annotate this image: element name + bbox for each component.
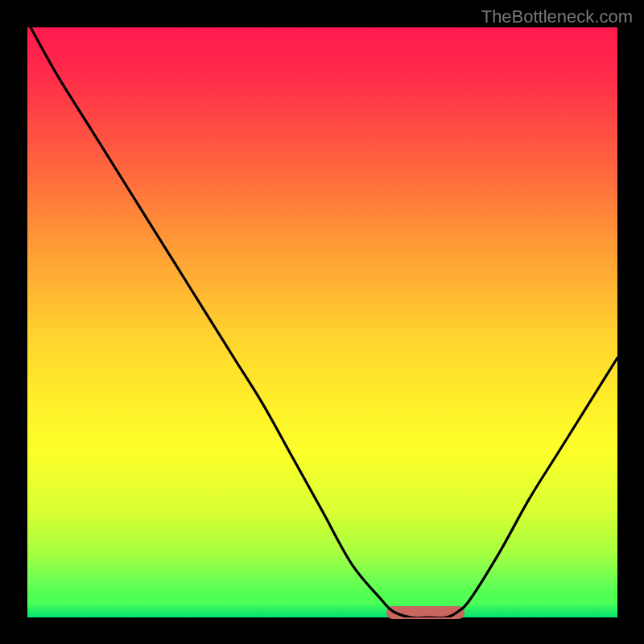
watermark-text: TheBottleneck.com: [481, 6, 633, 27]
bottleneck-curve: [27, 27, 617, 617]
chart-plot-area: [27, 27, 617, 617]
